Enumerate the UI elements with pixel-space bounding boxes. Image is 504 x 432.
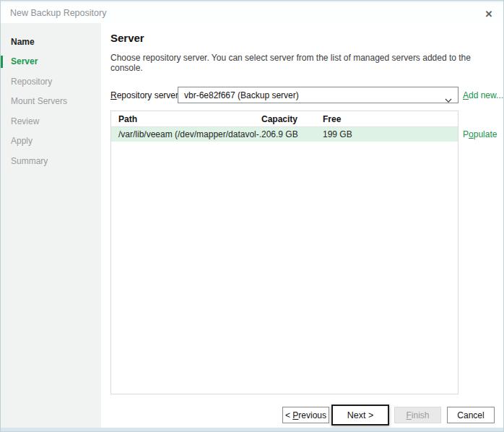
close-button[interactable]: ✕ [481, 6, 497, 22]
window-bottom-edge [1, 428, 503, 431]
new-backup-repository-dialog: New Backup Repository ✕ Name Server Repo… [0, 0, 504, 432]
page-title: Server [110, 32, 144, 44]
step-summary: Summary [1, 151, 101, 171]
column-header-path[interactable]: Path [111, 114, 261, 124]
page-description: Choose repository server. You can select… [110, 53, 503, 73]
cell-capacity: 206.9 GB [261, 129, 323, 139]
step-server: Server [1, 52, 101, 72]
cell-path: /var/lib/veeam (/dev/mapper/datavol-... [111, 129, 261, 139]
step-mount-servers: Mount Servers [1, 92, 101, 112]
next-button[interactable]: Next > [331, 405, 389, 425]
step-review: Review [1, 111, 101, 131]
table-row[interactable]: /var/lib/veeam (/dev/mapper/datavol-... … [111, 127, 458, 142]
repository-server-label: Repository server: [110, 90, 181, 100]
populate-link[interactable]: Populate [463, 129, 497, 139]
paths-table: Path Capacity Free /var/lib/veeam (/dev/… [110, 111, 459, 394]
chevron-down-icon [445, 93, 452, 98]
previous-button[interactable]: < Previous [282, 407, 329, 423]
column-header-free[interactable]: Free [323, 114, 458, 124]
paths-table-header: Path Capacity Free [111, 111, 458, 127]
title-bar: New Backup Repository ✕ [1, 1, 503, 23]
window-title: New Backup Repository [10, 8, 106, 18]
column-header-capacity[interactable]: Capacity [261, 114, 323, 124]
add-new-link[interactable]: Add new... [463, 90, 503, 100]
cancel-button[interactable]: Cancel [447, 407, 495, 423]
repository-server-select[interactable]: vbr-6e82f667 (Backup server) [178, 87, 459, 103]
repository-server-selected-value: vbr-6e82f667 (Backup server) [184, 90, 299, 100]
close-icon: ✕ [485, 9, 493, 20]
wizard-steps-sidebar: Name Server Repository Mount Servers Rev… [1, 23, 101, 428]
step-name: Name [1, 32, 101, 52]
step-apply: Apply [1, 131, 101, 152]
cell-free: 199 GB [323, 129, 458, 139]
step-repository: Repository [1, 72, 101, 92]
finish-button: Finish [394, 407, 441, 423]
